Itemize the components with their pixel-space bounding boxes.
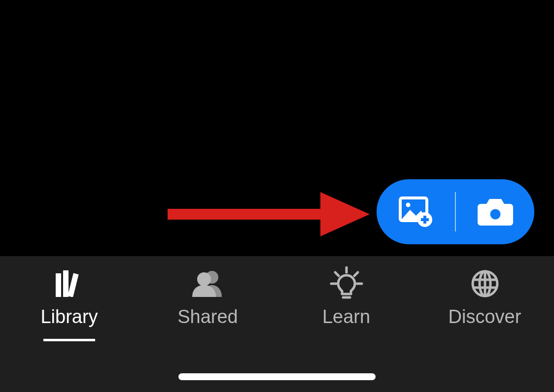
svg-rect-10 [63,270,69,297]
svg-rect-11 [68,273,78,297]
floating-action-button [377,179,534,244]
svg-line-16 [354,272,358,276]
svg-rect-0 [168,209,325,220]
svg-point-13 [197,272,211,286]
svg-line-15 [335,272,339,276]
people-icon [192,270,224,297]
nav-label-discover: Discover [449,306,521,327]
nav-item-library[interactable]: Library [0,270,138,327]
nav-item-learn[interactable]: Learn [277,270,416,327]
camera-icon [478,197,513,227]
svg-marker-1 [320,192,370,236]
svg-point-3 [406,203,410,207]
add-photo-icon [398,196,434,228]
home-indicator[interactable] [178,373,376,380]
red-arrow-annotation [168,192,370,236]
nav-label-shared: Shared [177,306,238,327]
lightbulb-icon [329,270,364,297]
nav-label-learn: Learn [322,306,370,327]
bottom-nav-bar: Library Shared [0,256,554,392]
content-area [0,0,554,256]
nav-label-library: Library [40,306,98,327]
add-photo-button[interactable] [377,179,455,244]
globe-icon [471,270,499,297]
svg-rect-9 [56,273,61,297]
camera-button[interactable] [456,179,534,244]
library-icon [55,270,84,297]
nav-item-shared[interactable]: Shared [138,270,277,327]
svg-rect-6 [421,218,429,221]
nav-item-discover[interactable]: Discover [416,270,554,327]
nav-underline [43,339,95,341]
